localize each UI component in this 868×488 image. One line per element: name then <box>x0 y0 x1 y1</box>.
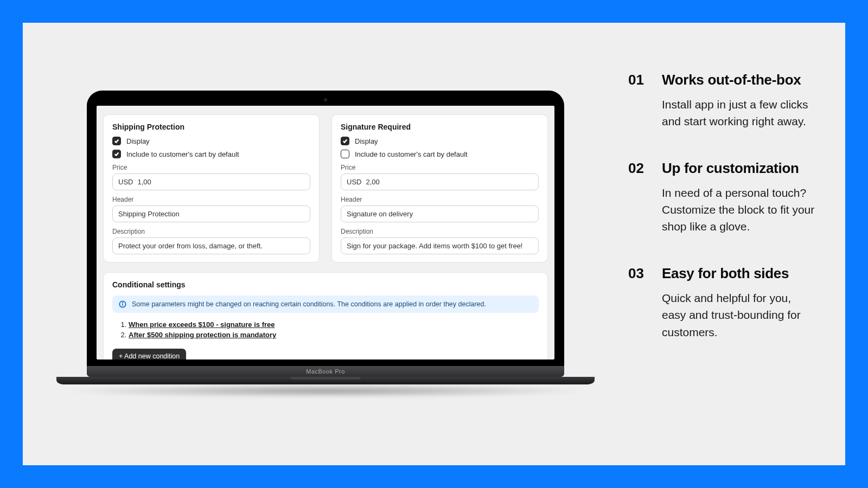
app-screen: Shipping Protection Display <box>97 106 554 359</box>
add-condition-button[interactable]: + Add new condition <box>112 349 186 359</box>
description-value: Protect your order from loss, damage, or… <box>118 242 263 250</box>
price-input[interactable]: USD 1,00 <box>112 174 310 190</box>
info-icon <box>119 300 126 308</box>
description-value: Sign for your package. Add items worth $… <box>347 242 522 250</box>
header-label: Header <box>112 196 310 203</box>
condition-item: After $500 shipping protection is mandat… <box>129 331 539 339</box>
feature-item: 01 Works out-of-the-box Install app in j… <box>628 72 818 130</box>
card-title: Signature Required <box>341 123 539 131</box>
feature-body: Quick and helpful for you, easy and trus… <box>662 290 818 340</box>
feature-number: 02 <box>628 160 650 235</box>
display-checkbox[interactable] <box>341 137 349 145</box>
feature-list: 01 Works out-of-the-box Install app in j… <box>617 23 845 465</box>
price-label: Price <box>112 164 310 171</box>
header-label: Header <box>341 196 539 203</box>
description-label: Description <box>341 228 539 235</box>
display-label: Display <box>126 137 150 145</box>
header-input[interactable]: Signature on delivery <box>341 206 539 222</box>
signature-required-card: Signature Required Display Include <box>331 114 548 262</box>
condition-link[interactable]: After $500 shipping protection is mandat… <box>129 331 276 339</box>
feature-item: 02 Up for customization In need of a per… <box>628 160 818 235</box>
feature-number: 01 <box>628 72 650 130</box>
condition-link[interactable]: When price exceeds $100 - signature is f… <box>129 320 275 329</box>
shipping-protection-card: Shipping Protection Display <box>103 114 320 262</box>
feature-title: Easy for both sides <box>662 265 818 282</box>
info-alert: Some parameters might be changed on reac… <box>112 296 539 313</box>
display-label: Display <box>355 137 378 145</box>
check-icon <box>342 138 348 144</box>
condition-item: When price exceeds $100 - signature is f… <box>129 320 539 329</box>
description-label: Description <box>112 228 310 235</box>
header-input[interactable]: Shipping Protection <box>112 206 310 222</box>
description-input[interactable]: Sign for your package. Add items worth $… <box>341 237 539 254</box>
alert-text: Some parameters might be changed on reac… <box>132 300 486 308</box>
feature-item: 03 Easy for both sides Quick and helpful… <box>628 265 818 340</box>
check-icon <box>114 138 119 144</box>
currency-prefix: USD <box>347 178 361 186</box>
description-input[interactable]: Protect your order from loss, damage, or… <box>112 237 310 254</box>
currency-prefix: USD <box>118 178 133 186</box>
price-input[interactable]: USD 2,00 <box>341 174 539 190</box>
feature-title: Works out-of-the-box <box>662 72 818 88</box>
display-checkbox[interactable] <box>112 137 121 145</box>
feature-title: Up for customization <box>662 160 818 177</box>
include-default-label: Include to customer's cart by default <box>355 150 468 158</box>
include-default-checkbox[interactable] <box>112 150 121 158</box>
laptop-label: MacBook Pro <box>87 366 564 377</box>
price-value: 1,00 <box>137 178 151 186</box>
header-value: Shipping Protection <box>118 210 180 218</box>
svg-point-2 <box>123 303 123 303</box>
card-title: Shipping Protection <box>112 123 310 131</box>
check-icon <box>114 151 119 157</box>
include-default-label: Include to customer's cart by default <box>126 150 239 158</box>
header-value: Signature on delivery <box>347 210 413 218</box>
price-value: 2,00 <box>366 178 379 186</box>
price-label: Price <box>341 164 539 171</box>
conditional-settings-card: Conditional settings Some parameters mig… <box>103 272 548 359</box>
include-default-checkbox[interactable] <box>341 150 349 158</box>
feature-number: 03 <box>628 265 650 340</box>
card-title: Conditional settings <box>112 280 539 289</box>
feature-body: Install app in just a few clicks and sta… <box>662 96 818 130</box>
feature-body: In need of a personal touch? Customize t… <box>662 184 818 235</box>
laptop-mockup: Shipping Protection Display <box>23 23 617 465</box>
